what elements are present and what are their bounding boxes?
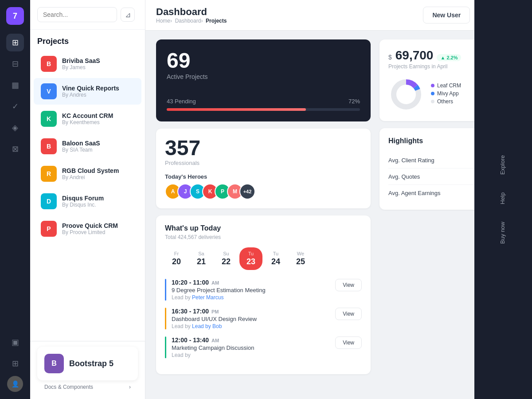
cal-day-name: Sa xyxy=(198,251,204,256)
schedule-title: What's up Today xyxy=(165,224,221,232)
event-lead-link[interactable]: Peter Marcus xyxy=(192,294,223,301)
docs-label: Docs & Components xyxy=(44,384,93,390)
event-item: 12:00 - 13:40 AM Marketing Campaign Disc… xyxy=(165,336,362,358)
cal-day-num: 20 xyxy=(172,257,181,266)
nav-icon-briefcase[interactable]: ⊠ xyxy=(6,140,24,158)
professionals-count: 357 xyxy=(165,137,362,159)
nav-icon-chart[interactable]: ▦ xyxy=(6,76,24,94)
project-name: Disqus Forum xyxy=(62,195,134,202)
docs-chevron: › xyxy=(129,384,131,390)
project-info: Vine Quick Reports By Andres xyxy=(62,85,134,98)
project-logo: R xyxy=(41,166,57,182)
event-time: 12:00 - 13:40 AM xyxy=(172,336,330,344)
events-list: 10:20 - 11:00 AM 9 Degree Project Estima… xyxy=(165,279,362,358)
docs-link[interactable]: Docs & Components › xyxy=(37,380,138,394)
sidebar-footer: B Bootstrap 5 Docs & Components › xyxy=(30,341,145,399)
nav-icon-grid2[interactable]: ⊞ xyxy=(6,355,24,372)
calendar-day[interactable]: Tu 23 xyxy=(239,247,262,270)
project-item[interactable]: R RGB Cloud System By Andrei xyxy=(34,160,141,187)
cal-day-name: Tu xyxy=(273,251,278,256)
event-lead-link[interactable]: Lead by Bob xyxy=(192,323,222,329)
professionals-card: 357 Professionals Today's Heroes AJSKPM+… xyxy=(156,129,371,208)
calendar-day[interactable]: Sa 21 xyxy=(190,247,213,270)
event-ampm: AM xyxy=(211,280,219,286)
project-info: Briviba SaaS By James xyxy=(62,57,134,70)
event-view-button[interactable]: View xyxy=(335,336,362,349)
event-name: Dashboard UI/UX Design Review xyxy=(172,316,330,322)
project-item[interactable]: K KC Account CRM By Keenthemes xyxy=(34,106,141,132)
cal-day-num: 21 xyxy=(197,257,206,266)
sidebar: ⊿ Projects B Briviba SaaS By James V Vin… xyxy=(30,0,145,399)
project-by: By Andres xyxy=(62,92,134,98)
earnings-badge: ▲ 2.2% xyxy=(437,54,461,61)
panel-tab[interactable]: Help xyxy=(494,184,512,213)
project-info: Baloon SaaS By SIA Team xyxy=(62,140,134,153)
user-number-badge[interactable]: 7 xyxy=(6,7,24,25)
project-info: KC Account CRM By Keenthemes xyxy=(62,112,134,125)
donut-chart xyxy=(388,77,424,112)
project-by: By Keenthemes xyxy=(62,119,134,125)
panel-tab[interactable]: Explore xyxy=(494,146,512,184)
calendar-day[interactable]: Su 22 xyxy=(215,247,238,270)
event-name: 9 Degree Project Estimation Meeting xyxy=(172,287,330,293)
nav-icon-dashboard[interactable]: ⊞ xyxy=(6,34,24,51)
calendar-row: Fr 20 Sa 21 Su 22 Tu 23 Tu 24 We 25 xyxy=(165,247,362,270)
legend-dot xyxy=(431,100,434,103)
active-projects-label: Active Projects xyxy=(167,73,360,80)
new-user-button[interactable]: New User xyxy=(423,7,470,23)
cal-day-name: Tu xyxy=(248,251,254,256)
nav-icon-grid[interactable]: ⊟ xyxy=(6,55,24,73)
active-projects-card: 69 Active Projects 43 Pending 72% xyxy=(156,39,371,121)
event-view-button[interactable]: View xyxy=(335,279,362,291)
project-item[interactable]: B Briviba SaaS By James xyxy=(34,51,141,77)
event-item: 16:30 - 17:00 PM Dashboard UI/UX Design … xyxy=(165,308,362,329)
event-ampm: PM xyxy=(211,309,219,314)
sidebar-title: Projects xyxy=(30,30,145,50)
breadcrumb: Dashboard Home› Dashboard› Projects xyxy=(156,6,227,24)
event-ampm: AM xyxy=(211,338,219,343)
schedule-card: What's up Today Total 424,567 deliveries… xyxy=(156,215,371,374)
highlight-name: Avg. Client Rating xyxy=(388,157,434,164)
cal-day-num: 23 xyxy=(246,257,255,266)
project-logo: P xyxy=(41,221,57,237)
schedule-header: What's up Today xyxy=(165,224,362,232)
cal-day-num: 22 xyxy=(222,257,231,266)
breadcrumb-current: Projects xyxy=(206,18,227,24)
filter-icon[interactable]: ⊿ xyxy=(121,8,135,22)
project-item[interactable]: B Baloon SaaS By SIA Team xyxy=(34,133,141,160)
event-line xyxy=(165,279,166,301)
right-panel: ExploreHelpBuy now xyxy=(474,0,532,399)
project-logo: K xyxy=(41,111,57,127)
schedule-sub: Total 424,567 deliveries xyxy=(165,234,362,240)
calendar-day[interactable]: We 25 xyxy=(289,247,312,270)
event-lead: Lead by Lead by Bob xyxy=(172,323,330,329)
nav-icon-check[interactable]: ✓ xyxy=(6,98,24,115)
cal-day-name: Su xyxy=(223,251,229,256)
calendar-day[interactable]: Tu 24 xyxy=(264,247,287,270)
project-info: Proove Quick CRM By Proove Limited xyxy=(62,222,134,235)
project-item[interactable]: P Proove Quick CRM By Proove Limited xyxy=(34,215,141,242)
project-by: By Proove Limited xyxy=(62,229,134,235)
legend-label: Mivy App xyxy=(431,90,459,97)
page-title: Dashboard xyxy=(156,6,227,18)
event-line xyxy=(165,308,166,329)
event-body: 16:30 - 17:00 PM Dashboard UI/UX Design … xyxy=(172,308,330,329)
earnings-amount: 69,700 xyxy=(395,48,434,63)
search-input[interactable] xyxy=(37,7,117,22)
event-view-button[interactable]: View xyxy=(335,308,362,320)
nav-icon-monitor[interactable]: ▣ xyxy=(6,333,24,351)
legend-label: Leaf CRM xyxy=(431,82,461,89)
event-time: 16:30 - 17:00 PM xyxy=(172,308,330,315)
progress-bar-outer xyxy=(167,108,360,111)
project-logo: B xyxy=(41,56,57,72)
project-info: Disqus Forum By Disqus Inc. xyxy=(62,195,134,208)
project-item[interactable]: D Disqus Forum By Disqus Inc. xyxy=(34,188,141,215)
calendar-day[interactable]: Fr 20 xyxy=(165,247,188,270)
heroes-label: Today's Heroes xyxy=(165,173,362,180)
panel-tab[interactable]: Buy now xyxy=(494,213,512,253)
project-item[interactable]: V Vine Quick Reports By Andres xyxy=(34,78,141,105)
user-avatar[interactable]: 👤 xyxy=(7,376,23,392)
bootstrap-logo: B xyxy=(44,354,64,373)
event-view: View xyxy=(335,336,362,358)
nav-icon-layers[interactable]: ◈ xyxy=(6,119,24,137)
